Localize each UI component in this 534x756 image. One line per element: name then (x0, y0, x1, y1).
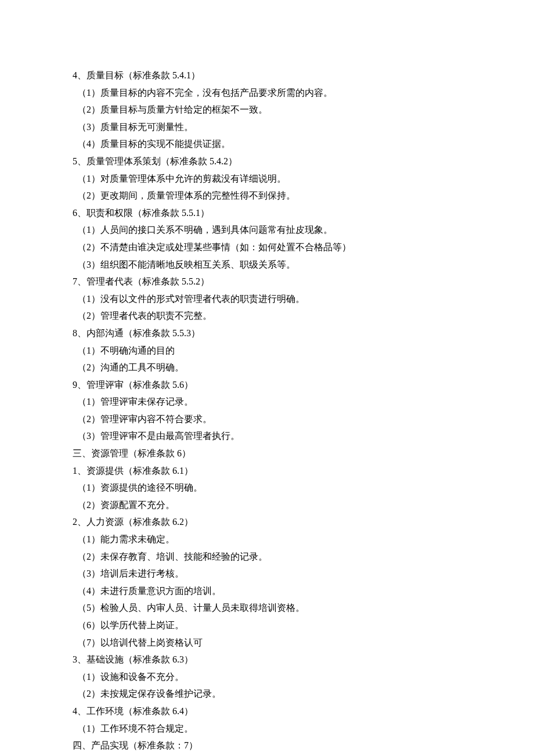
text-line: 6、职责和权限（标准条款 5.5.1） (73, 204, 461, 222)
text-line: （2）质量目标与质量方针给定的框架不一致。 (73, 101, 461, 118)
text-line: （1）设施和设备不充分。 (73, 668, 461, 686)
text-line: （1）能力需求未确定。 (73, 531, 461, 548)
text-line: （2）更改期间，质量管理体系的完整性得不到保持。 (73, 187, 461, 204)
text-line: 2、人力资源（标准条款 6.2） (73, 513, 461, 531)
text-line: （5）检验人员、内审人员、计量人员未取得培训资格。 (73, 599, 461, 617)
document-body: 4、质量目标（标准条款 5.4.1）（1）质量目标的内容不完全，没有包括产品要求… (73, 67, 461, 756)
text-line: 9、管理评审（标准条款 5.6） (73, 376, 461, 394)
text-line: 5、质量管理体系策划（标准条款 5.4.2） (73, 153, 461, 170)
text-line: （1）资源提供的途径不明确。 (73, 479, 461, 496)
text-line: 四、产品实现（标准条款：7） (73, 737, 461, 754)
text-line: （3）管理评审不是由最高管理者执行。 (73, 427, 461, 445)
text-line: （3）组织图不能清晰地反映相互关系、职级关系等。 (73, 256, 461, 273)
text-line: 7、管理者代表（标准条款 5.5.2） (73, 273, 461, 290)
text-line: （2）沟通的工具不明确。 (73, 359, 461, 376)
text-line: （6）以学历代替上岗证。 (73, 617, 461, 634)
text-line: （1）没有以文件的形式对管理者代表的职责进行明确。 (73, 290, 461, 308)
text-line: （1）对质量管理体系中允许的剪裁没有详细说明。 (73, 170, 461, 188)
text-line: （2）不清楚由谁决定或处理某些事情（如：如何处置不合格品等） (73, 239, 461, 256)
text-line: （2）管理评审内容不符合要求。 (73, 411, 461, 428)
text-line: （1）人员间的接口关系不明确，遇到具体问题常有扯皮现象。 (73, 221, 461, 239)
text-line: （1）不明确沟通的目的 (73, 342, 461, 359)
text-line: （4）未进行质量意识方面的培训。 (73, 582, 461, 600)
text-line: （1）工作环境不符合规定。 (73, 720, 461, 737)
text-line: （2）未按规定保存设备维护记录。 (73, 685, 461, 703)
text-line: （7）以培训代替上岗资格认可 (73, 634, 461, 651)
text-line: （1）管理评审未保存记录。 (73, 393, 461, 411)
text-line: （4）质量目标的实现不能提供证据。 (73, 135, 461, 153)
text-line: 三、资源管理（标准条款 6） (73, 445, 461, 462)
text-line: 1、资源提供（标准条款 6.1） (73, 462, 461, 480)
text-line: （2）管理者代表的职责不完整。 (73, 307, 461, 325)
text-line: （1）质量目标的内容不完全，没有包括产品要求所需的内容。 (73, 84, 461, 102)
text-line: （2）未保存教育、培训、技能和经验的记录。 (73, 548, 461, 566)
text-line: （2）资源配置不充分。 (73, 496, 461, 514)
text-line: 4、质量目标（标准条款 5.4.1） (73, 67, 461, 84)
text-line: （3）培训后未进行考核。 (73, 565, 461, 582)
text-line: 8、内部沟通（标准条款 5.5.3） (73, 325, 461, 342)
text-line: 3、基础设施（标准条款 6.3） (73, 651, 461, 668)
text-line: 4、工作环境（标准条款 6.4） (73, 703, 461, 720)
text-line: （3）质量目标无可测量性。 (73, 118, 461, 136)
